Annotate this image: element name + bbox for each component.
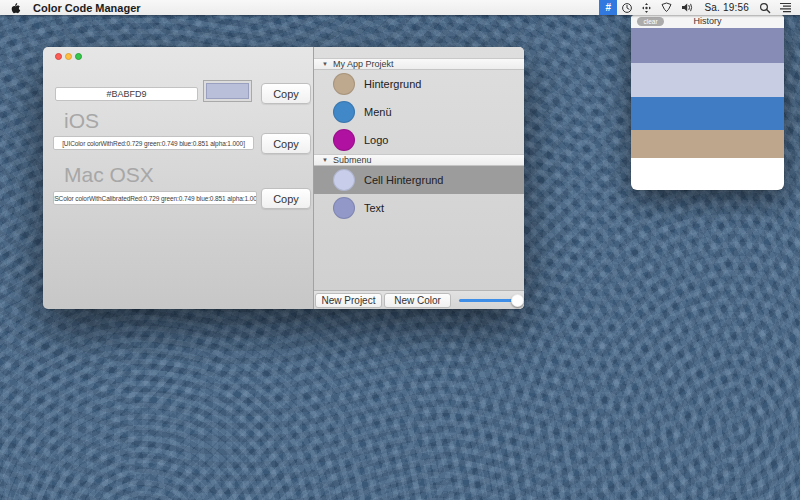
clear-history-button[interactable]: clear: [637, 17, 664, 26]
history-swatch-2[interactable]: [631, 63, 784, 97]
list-item-logo[interactable]: Logo: [314, 126, 524, 154]
menubar-status-area: #: [599, 0, 800, 15]
ios-section-heading: iOS: [64, 109, 99, 133]
list-item-label: Text: [364, 202, 384, 214]
list-item-menu[interactable]: Menü: [314, 98, 524, 126]
volume-icon[interactable]: [677, 0, 698, 15]
color-code-manager-statusitem[interactable]: #: [599, 0, 617, 15]
disclosure-triangle-icon[interactable]: ▼: [322, 157, 328, 163]
copy-ios-button[interactable]: Copy: [261, 133, 311, 154]
ios-code-field[interactable]: [UIColor colorWithRed:0.729 green:0.749 …: [53, 136, 254, 150]
list-item-label: Cell Hintergrund: [364, 174, 443, 186]
spotlight-search-icon[interactable]: [755, 0, 775, 15]
menubar-clock[interactable]: Sa. 19:56: [698, 2, 755, 13]
menubar-app-title[interactable]: Color Code Manager: [33, 2, 141, 14]
group-header-my-app-projekt[interactable]: ▼ My App Projekt: [314, 58, 524, 70]
history-swatch-4[interactable]: [631, 130, 784, 158]
group-header-submenu[interactable]: ▼ Submenu: [314, 154, 524, 166]
copy-osx-button[interactable]: Copy: [261, 188, 311, 209]
color-circle: [333, 101, 355, 123]
color-circle: [333, 129, 355, 151]
minimize-button[interactable]: [65, 53, 72, 60]
new-project-button[interactable]: New Project: [315, 293, 382, 308]
color-code-manager-window: #BABFD9 Copy iOS [UIColor colorWithRed:0…: [43, 47, 524, 309]
list-item-label: Menü: [364, 106, 392, 118]
group-header-label: My App Projekt: [333, 59, 394, 69]
color-circle: [333, 197, 355, 219]
new-color-button[interactable]: New Color: [384, 293, 451, 308]
list-item-text[interactable]: Text: [314, 194, 524, 222]
desktop-wallpaper: Color Code Manager #: [0, 0, 800, 500]
size-slider-knob[interactable]: [511, 294, 524, 307]
list-item-label: Hintergrund: [364, 78, 421, 90]
apple-menu[interactable]: [10, 1, 21, 14]
zoom-button[interactable]: [75, 53, 82, 60]
history-swatch-3[interactable]: [631, 97, 784, 130]
disclosure-triangle-icon[interactable]: ▼: [322, 61, 328, 67]
list-footer-bar: New Project New Color: [314, 290, 524, 309]
apple-icon: [10, 1, 21, 14]
notification-center-icon[interactable]: [775, 0, 800, 15]
color-well-swatch: [206, 83, 249, 99]
copy-hex-button[interactable]: Copy: [261, 83, 311, 104]
history-clock-icon[interactable]: [617, 0, 637, 15]
move-arrows-icon[interactable]: [637, 0, 656, 15]
history-popover: clear History: [631, 15, 784, 190]
menu-bar: Color Code Manager #: [0, 0, 800, 15]
color-circle: [333, 169, 355, 191]
diamond-outline-icon[interactable]: [656, 0, 677, 15]
project-list-pane: ▼ My App Projekt Hintergrund Menü Logo ▼…: [313, 47, 524, 309]
list-item-cell-hintergrund-selected[interactable]: Cell Hintergrund: [314, 166, 524, 194]
close-button[interactable]: [55, 53, 62, 60]
history-header: clear History: [631, 15, 784, 28]
group-header-label: Submenu: [333, 155, 372, 165]
list-item-label: Logo: [364, 134, 388, 146]
osx-code-field[interactable]: [NSColor colorWithCalibratedRed:0.729 gr…: [53, 191, 257, 205]
history-swatch-1[interactable]: [631, 28, 784, 63]
color-well[interactable]: [203, 80, 252, 102]
list-item-hintergrund[interactable]: Hintergrund: [314, 70, 524, 98]
osx-section-heading: Mac OSX: [64, 163, 154, 187]
hex-code-field[interactable]: #BABFD9: [55, 87, 198, 101]
color-circle: [333, 73, 355, 95]
